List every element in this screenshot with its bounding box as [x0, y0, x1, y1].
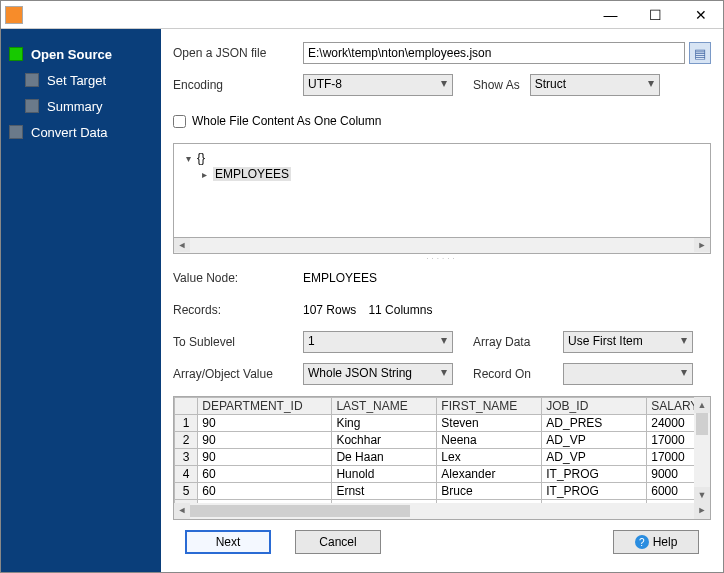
close-button[interactable]: ✕ [678, 1, 723, 28]
record-on-label: Record On [473, 367, 553, 381]
step-indicator-icon [25, 73, 39, 87]
open-file-label: Open a JSON file [173, 46, 303, 60]
step-indicator-icon [25, 99, 39, 113]
cell-job-id[interactable]: AD_VP [542, 449, 647, 466]
row-number-cell: 2 [175, 432, 198, 449]
titlebar: — ☐ ✕ [1, 1, 723, 29]
grid-horizontal-scrollbar[interactable]: ◄ ► [174, 503, 710, 519]
cell-department-id[interactable]: 90 [198, 432, 332, 449]
tree-horizontal-scrollbar[interactable]: ◄ ► [173, 238, 711, 254]
cell-last-name[interactable]: Hunold [332, 466, 437, 483]
row-number-cell: 4 [175, 466, 198, 483]
array-data-label: Array Data [473, 335, 553, 349]
records-rows-value: 107 Rows [303, 303, 356, 317]
json-tree-panel[interactable]: ▾ {} ▸ EMPLOYEES [173, 143, 711, 238]
value-node-label: Value Node: [173, 271, 303, 285]
browse-icon: ▤ [694, 46, 706, 61]
cell-job-id[interactable]: IT_PROG [542, 483, 647, 500]
records-label: Records: [173, 303, 303, 317]
cell-last-name[interactable]: Ernst [332, 483, 437, 500]
scroll-thumb[interactable] [190, 505, 410, 517]
cell-department-id[interactable]: 90 [198, 449, 332, 466]
array-data-select[interactable]: Use First Item [563, 331, 693, 353]
column-header[interactable]: JOB_ID [542, 398, 647, 415]
step-indicator-icon [9, 125, 23, 139]
table-header-row: DEPARTMENT_ID LAST_NAME FIRST_NAME JOB_I… [175, 398, 712, 415]
column-header[interactable]: DEPARTMENT_ID [198, 398, 332, 415]
scroll-thumb[interactable] [696, 413, 708, 435]
next-button[interactable]: Next [185, 530, 271, 554]
tree-expand-icon[interactable]: ▸ [198, 169, 210, 180]
sidebar-item-label: Summary [47, 99, 103, 114]
scroll-down-icon[interactable]: ▼ [694, 487, 710, 503]
scroll-left-icon[interactable]: ◄ [174, 503, 190, 519]
row-number-cell: 1 [175, 415, 198, 432]
sidebar-item-label: Convert Data [31, 125, 108, 140]
scroll-left-icon[interactable]: ◄ [174, 238, 190, 252]
cell-first-name[interactable]: Neena [437, 432, 542, 449]
row-number-header [175, 398, 198, 415]
cancel-button[interactable]: Cancel [295, 530, 381, 554]
scroll-right-icon[interactable]: ► [694, 503, 710, 519]
sidebar-item-convert-data[interactable]: Convert Data [5, 119, 155, 145]
tree-root-node[interactable]: {} [197, 151, 205, 165]
whole-file-label: Whole File Content As One Column [192, 114, 381, 128]
maximize-button[interactable]: ☐ [633, 1, 678, 28]
sidebar-item-label: Open Source [31, 47, 112, 62]
cell-first-name[interactable]: Bruce [437, 483, 542, 500]
row-number-cell: 5 [175, 483, 198, 500]
cell-job-id[interactable]: IT_PROG [542, 466, 647, 483]
table-row[interactable]: 560ErnstBruceIT_PROG6000BERNST [175, 483, 712, 500]
cell-last-name[interactable]: Kochhar [332, 432, 437, 449]
cell-last-name[interactable]: King [332, 415, 437, 432]
array-obj-select[interactable]: Whole JSON String [303, 363, 453, 385]
encoding-label: Encoding [173, 78, 303, 92]
sidebar-item-set-target[interactable]: Set Target [21, 67, 155, 93]
array-obj-label: Array/Object Value [173, 367, 303, 381]
scroll-right-icon[interactable]: ► [694, 238, 710, 252]
minimize-button[interactable]: — [588, 1, 633, 28]
to-sublevel-label: To Sublevel [173, 335, 303, 349]
record-on-select[interactable] [563, 363, 693, 385]
encoding-select[interactable]: UTF-8 [303, 74, 453, 96]
show-as-select[interactable]: Struct [530, 74, 660, 96]
cell-first-name[interactable]: Lex [437, 449, 542, 466]
row-number-cell: 3 [175, 449, 198, 466]
records-cols-value: 11 Columns [368, 303, 432, 317]
table-row[interactable]: 460HunoldAlexanderIT_PROG9000AHUNOL [175, 466, 712, 483]
file-path-input[interactable] [303, 42, 685, 64]
app-icon [5, 6, 23, 24]
cell-job-id[interactable]: AD_VP [542, 432, 647, 449]
tree-collapse-icon[interactable]: ▾ [182, 153, 194, 164]
show-as-label: Show As [473, 78, 520, 92]
cell-first-name[interactable]: Steven [437, 415, 542, 432]
sidebar-item-open-source[interactable]: Open Source [5, 41, 155, 67]
sidebar: Open Source Set Target Summary Convert D… [1, 29, 161, 572]
cell-last-name[interactable]: De Haan [332, 449, 437, 466]
grid-vertical-scrollbar[interactable]: ▲ ▼ [694, 397, 710, 503]
table-row[interactable]: 290KochharNeenaAD_VP17000NKOCHH [175, 432, 712, 449]
table-row[interactable]: 390De HaanLexAD_VP17000LDEHAAN [175, 449, 712, 466]
help-button-label: Help [653, 535, 678, 549]
column-header[interactable]: LAST_NAME [332, 398, 437, 415]
splitter-handle[interactable]: ······ [173, 254, 711, 264]
sidebar-item-summary[interactable]: Summary [21, 93, 155, 119]
scroll-up-icon[interactable]: ▲ [694, 397, 710, 413]
column-header[interactable]: FIRST_NAME [437, 398, 542, 415]
step-indicator-icon [9, 47, 23, 61]
to-sublevel-select[interactable]: 1 [303, 331, 453, 353]
cell-job-id[interactable]: AD_PRES [542, 415, 647, 432]
cell-first-name[interactable]: Alexander [437, 466, 542, 483]
help-icon: ? [635, 535, 649, 549]
cell-department-id[interactable]: 60 [198, 466, 332, 483]
whole-file-checkbox[interactable] [173, 115, 186, 128]
cell-department-id[interactable]: 60 [198, 483, 332, 500]
cell-department-id[interactable]: 90 [198, 415, 332, 432]
value-node-value: EMPLOYEES [303, 271, 377, 285]
browse-file-button[interactable]: ▤ [689, 42, 711, 64]
table-row[interactable]: 190KingStevenAD_PRES24000SKING [175, 415, 712, 432]
tree-child-node[interactable]: EMPLOYEES [213, 167, 291, 181]
help-button[interactable]: ? Help [613, 530, 699, 554]
preview-grid[interactable]: DEPARTMENT_ID LAST_NAME FIRST_NAME JOB_I… [173, 396, 711, 520]
sidebar-item-label: Set Target [47, 73, 106, 88]
